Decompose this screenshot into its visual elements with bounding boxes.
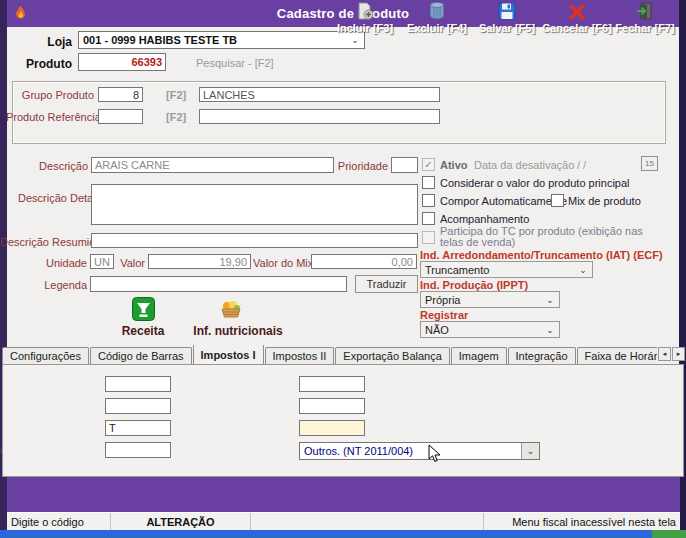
tab-configuracoes[interactable]: Configurações [2, 347, 89, 364]
registrar-label: Registrar [420, 309, 468, 321]
tab-integracao[interactable]: Integração [508, 347, 576, 364]
fechar-button[interactable]: Fechar [F7] [610, 1, 680, 34]
mouse-cursor [428, 444, 441, 465]
action-bar [7, 477, 680, 512]
exit-door-icon [636, 2, 654, 22]
recipe-icon[interactable] [132, 297, 155, 323]
salvar-button-label: Salvar [F5] [479, 22, 535, 34]
compor-checkbox[interactable] [422, 194, 435, 207]
participa-tc-checkbox [422, 231, 435, 244]
cod-beneficio-fiscal-input[interactable] [105, 442, 171, 458]
ativo-checkbox[interactable]: ✓ [422, 158, 435, 171]
status-hint: Digite o código [7, 513, 111, 531]
tab-codigo-de-barras[interactable]: Código de Barras [90, 347, 192, 364]
unidade-label: Unidade [30, 257, 87, 269]
fruit-basket-icon[interactable] [219, 300, 243, 320]
receita-label: Receita [110, 324, 176, 338]
tab-strip: Configurações Código de Barras Impostos … [2, 345, 657, 364]
produto-referencia-f2-hint: [F2] [166, 111, 186, 123]
prioridade-input[interactable] [391, 157, 418, 173]
data-desativacao-label: Data da desativação [474, 159, 574, 171]
ippt-selected-value: Própria [425, 294, 545, 306]
tab-imagem[interactable]: Imagem [451, 347, 507, 364]
valor-label: Valor [115, 257, 145, 269]
excluir-button[interactable]: Excluir [F4] [402, 1, 472, 34]
prioridade-label: Prioridade [328, 160, 388, 172]
status-fiscal-message: Menu fiscal inacessível nesta tela [484, 513, 680, 531]
ativo-label: Ativo [440, 159, 468, 171]
incluir-button[interactable]: Incluir [F3] [330, 1, 400, 34]
cst-icms-input[interactable] [299, 420, 365, 436]
status-mode-badge: ALTERAÇÃO [111, 513, 251, 531]
tab-scroll-left-button[interactable]: ◂ [658, 347, 671, 361]
status-bar: Digite o código ALTERAÇÃO Menu fiscal in… [7, 512, 680, 531]
fechar-button-label: Fechar [F7] [615, 22, 674, 34]
calendar-button[interactable]: 15 [641, 156, 658, 171]
traduzir-button[interactable]: Traduzir [355, 275, 418, 293]
compor-label: Compor Automaticamente [440, 195, 567, 207]
trash-icon [429, 2, 445, 22]
tab-impostos-1[interactable]: Impostos I [193, 345, 264, 364]
taskbar-strip [0, 530, 686, 538]
status-spacer [251, 513, 484, 531]
considerar-checkbox[interactable] [422, 176, 435, 189]
aliquota-icms-input[interactable] [105, 376, 171, 392]
unidade-input[interactable] [90, 254, 114, 269]
chevron-down-icon: ⌄ [545, 295, 555, 305]
add-document-icon [355, 2, 375, 22]
valor-input[interactable] [148, 254, 251, 269]
produto-label: Produto [10, 57, 72, 71]
pesquisar-hint: Pesquisar - [F2] [196, 57, 274, 69]
tab-exportacao-balanca[interactable]: Exportação Balança [335, 347, 449, 364]
loja-label: Loja [10, 35, 72, 49]
chevron-down-icon: ⌄ [578, 265, 588, 275]
iat-select[interactable]: Truncamento ⌄ [420, 261, 593, 278]
cfop-input[interactable] [105, 398, 171, 414]
descricao-detalhada-label: Descrição Detalhada [18, 192, 88, 205]
chevron-down-icon: ⌄ [545, 325, 555, 335]
valor-do-mix-input[interactable] [311, 254, 417, 269]
descricao-resumida-input[interactable] [91, 233, 418, 248]
descricao-detalhada-textarea[interactable] [91, 184, 418, 225]
acompanhamento-label: Acompanhamento [440, 213, 529, 225]
tab-faixa-de-horario[interactable]: Faixa de Horário [577, 347, 657, 364]
red-x-icon [568, 4, 586, 22]
motivo-desoneracao-select[interactable]: Outros. (NT 2011/004) ⌄ [299, 442, 540, 460]
aliquota-fcp-input[interactable] [299, 376, 365, 392]
ippt-label: Ind. Produção (IPPT) [420, 279, 528, 291]
data-desativacao-value: / / [577, 159, 586, 171]
codigo-genero-produto-input[interactable] [299, 398, 365, 414]
legenda-label: Legenda [30, 279, 87, 291]
cancelar-button-label: Cancelar [F6] [542, 22, 612, 34]
mix-produto-checkbox[interactable] [551, 194, 564, 207]
iat-label: Ind. Arredondamento/Truncamento (IAT) (E… [420, 249, 663, 261]
situacao-tributaria-input[interactable] [105, 420, 171, 436]
produto-referencia-name-input[interactable] [199, 109, 440, 124]
acompanhamento-checkbox[interactable] [422, 212, 435, 225]
descricao-label: Descrição [18, 160, 88, 172]
loja-selected-value: 001 - 0999 HABIBS TESTE TB [83, 34, 350, 46]
registrar-select[interactable]: NÃO ⌄ [420, 321, 560, 338]
participa-tc-label: Participa do TC por produto (exibição na… [440, 226, 668, 248]
descricao-input[interactable] [91, 157, 334, 173]
considerar-label: Considerar o valor do produto principal [440, 177, 630, 189]
grupo-produto-code-input[interactable] [98, 87, 143, 102]
salvar-button[interactable]: Salvar [F5] [472, 1, 542, 34]
cancelar-button[interactable]: Cancelar [F6] [542, 1, 612, 34]
legenda-input[interactable] [90, 276, 347, 292]
loja-select[interactable]: 001 - 0999 HABIBS TESTE TB ⌄ [78, 31, 365, 49]
tab-impostos-2[interactable]: Impostos II [265, 347, 335, 364]
mix-produto-label: Mix de produto [568, 195, 641, 207]
grupo-produto-name-input[interactable] [199, 87, 440, 102]
incluir-button-label: Incluir [F3] [337, 22, 393, 34]
excluir-button-label: Excluir [F4] [407, 22, 467, 34]
ippt-select[interactable]: Própria ⌄ [420, 291, 560, 308]
cadastro-de-produto-window: Cadastro de Produto Loja 001 - 0999 HABI… [0, 0, 686, 538]
grupo-produto-label: Grupo Produto [14, 89, 94, 101]
produto-referencia-code-input[interactable] [98, 109, 143, 124]
valor-do-mix-label: Valor do Mix [253, 257, 308, 269]
tab-scroll-right-button[interactable]: ▸ [672, 347, 685, 361]
produto-code-input[interactable] [78, 53, 166, 71]
taskbar-green-segment [652, 530, 686, 538]
grupo-produto-f2-hint: [F2] [166, 89, 186, 101]
